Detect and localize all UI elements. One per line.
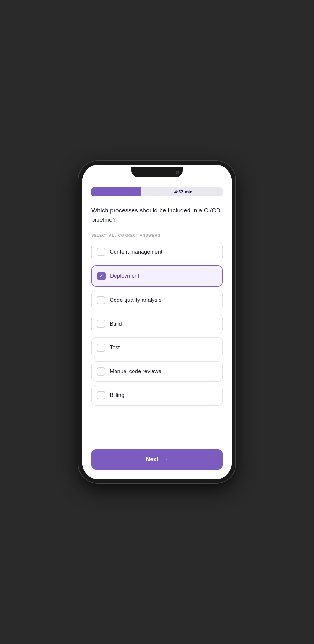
checkbox-content-management[interactable] bbox=[97, 248, 105, 256]
next-button-label: Next bbox=[146, 456, 158, 463]
main-content: 4:57 min Which processes should be inclu… bbox=[82, 181, 232, 443]
option-label-billing: Billing bbox=[110, 392, 124, 398]
screen-content: 4:57 min Which processes should be inclu… bbox=[82, 181, 232, 479]
notch-area bbox=[82, 165, 232, 181]
checkbox-manual-code-reviews[interactable] bbox=[97, 367, 105, 376]
option-label-manual-code-reviews: Manual code reviews bbox=[110, 368, 161, 375]
option-deployment[interactable]: ✓ Deployment bbox=[91, 265, 223, 287]
option-label-content-management: Content management bbox=[110, 249, 162, 255]
option-code-quality-analysis[interactable]: Code quality analysis bbox=[91, 290, 223, 310]
progress-time: 4:57 min bbox=[171, 189, 193, 194]
bottom-section: Next → bbox=[82, 443, 232, 479]
checkbox-billing[interactable] bbox=[97, 391, 105, 399]
phone-frame: 4:57 min Which processes should be inclu… bbox=[78, 161, 236, 483]
camera-dot bbox=[176, 171, 179, 174]
question-text: Which processes should be included in a … bbox=[91, 206, 223, 224]
option-content-management[interactable]: Content management bbox=[91, 242, 223, 262]
option-label-code-quality-analysis: Code quality analysis bbox=[110, 297, 162, 303]
checkbox-build[interactable] bbox=[97, 320, 105, 328]
option-label-build: Build bbox=[110, 321, 122, 327]
option-test[interactable]: Test bbox=[91, 337, 223, 358]
option-label-test: Test bbox=[110, 344, 120, 351]
phone-screen: 4:57 min Which processes should be inclu… bbox=[82, 165, 232, 479]
option-billing[interactable]: Billing bbox=[91, 385, 223, 406]
checkmark-icon: ✓ bbox=[99, 274, 103, 278]
progress-remaining: 4:57 min bbox=[141, 187, 223, 196]
option-build[interactable]: Build bbox=[91, 314, 223, 334]
option-label-deployment: Deployment bbox=[110, 273, 139, 279]
checkbox-code-quality-analysis[interactable] bbox=[97, 296, 105, 304]
option-manual-code-reviews[interactable]: Manual code reviews bbox=[91, 361, 223, 382]
select-all-label: SELECT ALL CORRECT ANSWERS bbox=[91, 233, 223, 237]
arrow-right-icon: → bbox=[162, 456, 168, 463]
options-list: Content management ✓ Deployment Code qua… bbox=[91, 242, 223, 436]
progress-bar: 4:57 min bbox=[91, 187, 223, 196]
checkbox-deployment[interactable]: ✓ bbox=[97, 272, 106, 280]
progress-filled bbox=[91, 187, 141, 196]
next-button[interactable]: Next → bbox=[91, 449, 223, 470]
notch bbox=[131, 167, 183, 177]
checkbox-test[interactable] bbox=[97, 344, 105, 352]
